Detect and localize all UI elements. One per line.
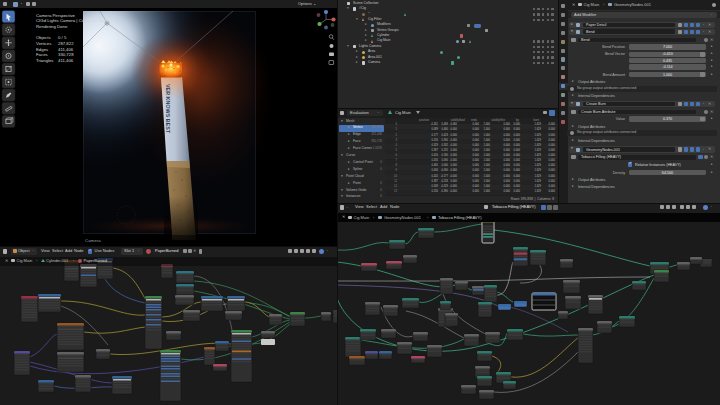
svg-text:Camera: Camera <box>85 238 101 243</box>
svg-text:VER KNOWS BEST: VER KNOWS BEST <box>165 84 171 134</box>
